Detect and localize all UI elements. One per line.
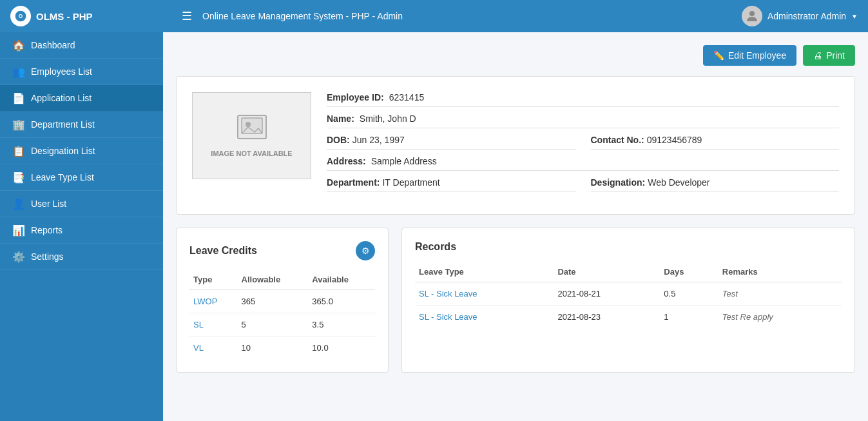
sidebar-item-label: Employees List xyxy=(31,66,92,77)
sidebar-item-label: Leave Type List xyxy=(31,172,94,182)
designation-list-icon: 📋 xyxy=(13,145,24,157)
sidebar-item-label: User List xyxy=(31,199,66,209)
address-label: Address: xyxy=(327,156,366,166)
brand-label: OLMS - PHP xyxy=(36,11,93,22)
allowable-cell: 10 xyxy=(238,337,309,360)
sidebar-item-label: Dashboard xyxy=(31,40,75,50)
leave-type-cell: LWOP xyxy=(189,290,238,313)
employee-name-value: Smith, John D xyxy=(360,113,416,124)
record-type-cell: SL - Sick Leave xyxy=(415,306,554,329)
sidebar-toggle-button[interactable]: ☰ xyxy=(182,9,192,23)
sidebar-item-designation-list[interactable]: 📋Designation List xyxy=(0,138,163,164)
caret-down-icon: ▼ xyxy=(851,13,858,20)
record-date-cell: 2021-08-21 xyxy=(554,282,660,306)
employee-id-row: Employee ID: 6231415 xyxy=(327,92,839,107)
leave-credits-settings-button[interactable]: ⚙ xyxy=(356,241,375,260)
department-value: IT Department xyxy=(382,177,439,188)
col-days-header: Days xyxy=(660,262,718,282)
records-table: Leave Type Date Days Remarks SL - Sick L… xyxy=(415,262,842,328)
sidebar-item-leave-type-list[interactable]: 📑Leave Type List xyxy=(0,164,163,191)
available-cell: 10.0 xyxy=(308,337,375,360)
brand-icon: O xyxy=(10,6,31,26)
available-cell: 365.0 xyxy=(308,290,375,313)
leave-type-cell: VL xyxy=(189,337,238,360)
record-remarks-cell: Test Re apply xyxy=(719,306,842,329)
sidebar-item-reports[interactable]: 📊Reports xyxy=(0,217,163,244)
designation-value: Web Developer xyxy=(648,177,709,188)
print-icon: 🖨 xyxy=(813,50,822,61)
edit-employee-button[interactable]: ✏️ Edit Employee xyxy=(703,45,796,66)
col-allowable-header: Allowable xyxy=(238,269,309,290)
sidebar: 🏠Dashboard👥Employees List📄Application Li… xyxy=(0,32,163,421)
dept-desig-row: Department: IT Department Designation: W… xyxy=(327,177,839,192)
leave-type-cell: SL xyxy=(189,313,238,337)
user-list-icon: 👤 xyxy=(13,198,24,210)
employee-fields: Employee ID: 6231415 Name: Smith, John D… xyxy=(327,92,839,199)
gear-icon: ⚙ xyxy=(362,246,370,256)
leave-credits-row: VL 10 10.0 xyxy=(189,337,375,360)
record-type-cell: SL - Sick Leave xyxy=(415,282,554,306)
dob-value: Jun 23, 1997 xyxy=(352,135,405,145)
panels-row: Leave Credits ⚙ Type Allowable Available xyxy=(176,228,855,373)
nav-title: Online Leave Management System - PHP - A… xyxy=(202,11,731,21)
sidebar-item-department-list[interactable]: 🏢Department List xyxy=(0,112,163,138)
record-date-cell: 2021-08-23 xyxy=(554,306,660,329)
sidebar-item-label: Reports xyxy=(31,225,63,235)
leave-credits-row: LWOP 365 365.0 xyxy=(189,290,375,313)
records-row: SL - Sick Leave 2021-08-23 1 Test Re app… xyxy=(415,306,842,329)
dashboard-icon: 🏠 xyxy=(13,39,24,51)
employee-id-label: Employee ID: xyxy=(327,92,384,103)
leave-credits-table: Type Allowable Available LWOP 365 365.0 … xyxy=(189,269,375,359)
layout: 🏠Dashboard👥Employees List📄Application Li… xyxy=(0,32,868,421)
employee-name-row: Name: Smith, John D xyxy=(327,113,839,128)
dob-label: DOB: xyxy=(327,135,350,145)
svg-point-2 xyxy=(749,11,755,16)
col-available-header: Available xyxy=(308,269,375,290)
employee-name-label: Name: xyxy=(327,113,354,124)
leave-credits-panel: Leave Credits ⚙ Type Allowable Available xyxy=(176,228,389,373)
records-header: Records xyxy=(415,241,842,253)
leave-credits-header: Leave Credits ⚙ xyxy=(189,241,375,260)
record-remarks-cell: Test xyxy=(719,282,842,306)
image-placeholder-icon xyxy=(236,114,267,146)
allowable-cell: 365 xyxy=(238,290,309,313)
employee-id-value: 6231415 xyxy=(389,92,425,103)
allowable-cell: 5 xyxy=(238,313,309,337)
image-not-available-text: IMAGE NOT AVAILABLE xyxy=(211,150,292,157)
employee-photo: IMAGE NOT AVAILABLE xyxy=(192,92,311,179)
sidebar-item-label: Settings xyxy=(31,251,64,262)
application-list-icon: 📄 xyxy=(13,92,24,104)
col-remarks-header: Remarks xyxy=(719,262,842,282)
action-row: ✏️ Edit Employee 🖨 Print xyxy=(176,45,855,66)
avatar xyxy=(742,6,762,26)
record-days-cell: 0.5 xyxy=(660,282,718,306)
address-row: Address: Sample Address xyxy=(327,156,839,171)
sidebar-item-user-list[interactable]: 👤User List xyxy=(0,191,163,217)
edit-icon: ✏️ xyxy=(713,50,724,61)
designation-label: Designation: xyxy=(591,177,646,188)
svg-rect-4 xyxy=(242,118,262,133)
reports-icon: 📊 xyxy=(13,224,24,236)
sidebar-item-settings[interactable]: ⚙️Settings xyxy=(0,244,163,270)
sidebar-item-label: Department List xyxy=(31,119,95,130)
record-days-cell: 1 xyxy=(660,306,718,329)
department-label: Department: xyxy=(327,177,380,188)
sidebar-item-label: Designation List xyxy=(31,146,95,156)
user-name: Adminstrator Admin xyxy=(767,11,846,21)
user-menu[interactable]: Adminstrator Admin ▼ xyxy=(742,6,858,26)
sidebar-item-employees-list[interactable]: 👥Employees List xyxy=(0,59,163,85)
contact-label: Contact No.: xyxy=(591,135,644,145)
navbar: O OLMS - PHP ☰ Online Leave Management S… xyxy=(0,0,868,32)
print-button[interactable]: 🖨 Print xyxy=(803,45,855,66)
sidebar-item-label: Application List xyxy=(31,93,92,103)
records-title: Records xyxy=(415,241,456,253)
leave-credits-title: Leave Credits xyxy=(189,245,257,257)
col-type-header: Type xyxy=(189,269,238,290)
leave-credits-row: SL 5 3.5 xyxy=(189,313,375,337)
brand: O OLMS - PHP xyxy=(10,6,171,26)
sidebar-item-application-list[interactable]: 📄Application List xyxy=(0,85,163,112)
sidebar-item-dashboard[interactable]: 🏠Dashboard xyxy=(0,32,163,59)
main-content: ✏️ Edit Employee 🖨 Print xyxy=(163,32,868,421)
records-row: SL - Sick Leave 2021-08-21 0.5 Test xyxy=(415,282,842,306)
employee-card: IMAGE NOT AVAILABLE Employee ID: 6231415… xyxy=(176,76,855,215)
